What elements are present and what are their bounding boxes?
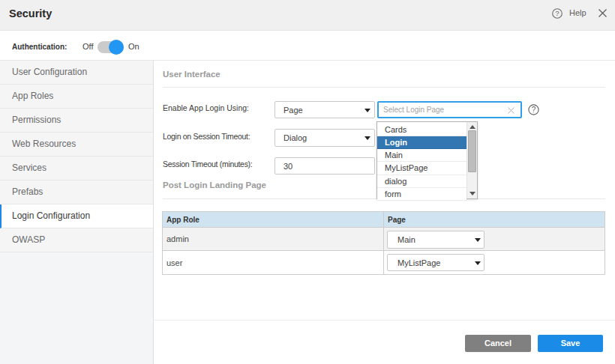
- svg-text:?: ?: [532, 106, 536, 114]
- svg-text:?: ?: [555, 9, 559, 17]
